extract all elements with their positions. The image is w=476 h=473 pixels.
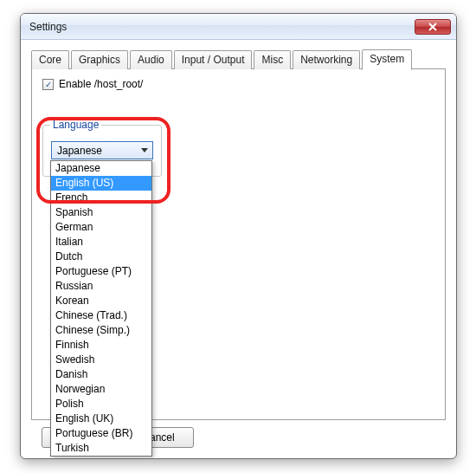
language-option[interactable]: English (US) <box>51 176 151 191</box>
language-combobox[interactable]: Japanese <box>51 141 153 159</box>
chevron-down-icon <box>137 142 152 159</box>
tab-audio[interactable]: Audio <box>130 50 172 69</box>
language-selected-value: Japanese <box>57 145 102 157</box>
tab-graphics[interactable]: Graphics <box>71 50 128 69</box>
language-group-label: Language <box>50 119 101 131</box>
language-option[interactable]: Finnish <box>51 338 151 353</box>
language-option[interactable]: Portuguese (BR) <box>51 426 151 441</box>
language-option[interactable]: Japanese <box>51 161 151 176</box>
close-button[interactable] <box>415 19 451 35</box>
enable-host-root-checkbox[interactable]: ✓ <box>42 79 54 90</box>
language-option[interactable]: Italian <box>51 235 151 249</box>
language-option[interactable]: English (UK) <box>51 411 151 426</box>
language-option[interactable]: German <box>51 220 151 235</box>
language-option[interactable]: Korean <box>51 294 151 308</box>
language-option[interactable]: Chinese (Trad.) <box>51 308 151 323</box>
tab-system[interactable]: System <box>362 49 412 70</box>
language-option[interactable]: Polish <box>51 397 151 411</box>
tab-core[interactable]: Core <box>31 50 69 69</box>
language-option[interactable]: Spanish <box>51 205 151 220</box>
titlebar: Settings <box>21 14 456 40</box>
language-option[interactable]: Turkish <box>51 441 151 456</box>
content-area: Core Graphics Audio Input / Output Misc … <box>21 40 456 458</box>
tab-input-output[interactable]: Input / Output <box>174 50 253 69</box>
language-option[interactable]: Swedish <box>51 353 151 367</box>
language-option[interactable]: Danish <box>51 367 151 382</box>
settings-window: Settings Core Graphics Audio Input / Out… <box>20 13 457 459</box>
tab-misc[interactable]: Misc <box>254 50 291 69</box>
tab-panel-system: ✓ Enable /host_root/ Language Japanese J… <box>31 68 446 420</box>
language-option[interactable]: Norwegian <box>51 382 151 397</box>
language-option[interactable]: Portuguese (PT) <box>51 264 151 279</box>
window-title: Settings <box>29 21 67 33</box>
enable-host-root-label: Enable /host_root/ <box>59 78 143 90</box>
language-option[interactable]: Dutch <box>51 249 151 264</box>
language-option[interactable]: French <box>51 191 151 205</box>
language-dropdown[interactable]: JapaneseEnglish (US)FrenchSpanishGermanI… <box>50 160 152 457</box>
close-icon <box>428 23 437 31</box>
language-option[interactable]: Chinese (Simp.) <box>51 323 151 338</box>
enable-host-root-row: ✓ Enable /host_root/ <box>42 78 434 90</box>
tab-networking[interactable]: Networking <box>293 50 360 69</box>
language-option[interactable]: Russian <box>51 279 151 294</box>
tab-bar: Core Graphics Audio Input / Output Misc … <box>31 49 446 69</box>
